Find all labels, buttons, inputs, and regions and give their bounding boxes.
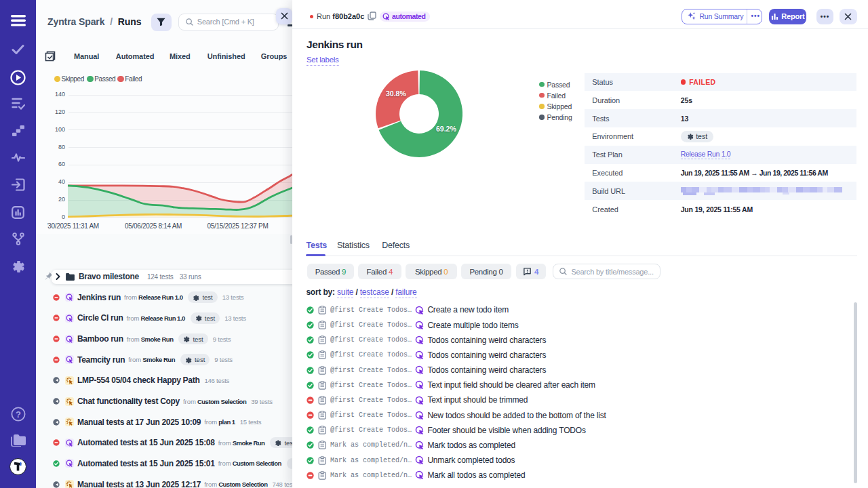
svg-text:?: ? bbox=[16, 409, 21, 420]
